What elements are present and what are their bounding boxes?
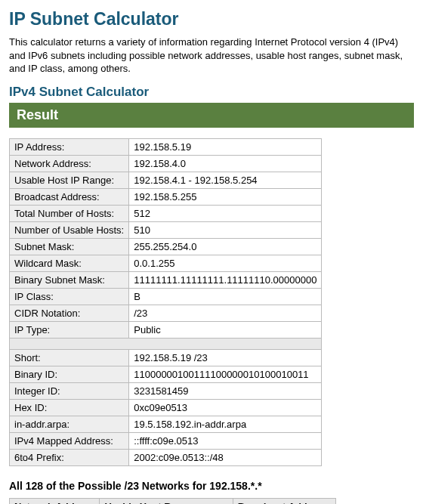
result-row: Total Number of Hosts:512	[10, 205, 322, 221]
result-row: Binary ID:110000001001111000000101000100…	[10, 366, 322, 382]
networks-table: Network Address Usable Host Range Broadc…	[9, 498, 336, 504]
result-row: Broadcast Address:192.158.5.255	[10, 188, 322, 205]
result-label: IP Type:	[10, 321, 129, 338]
result-row: Integer ID:3231581459	[10, 382, 322, 399]
result-value: /23	[129, 305, 322, 321]
result-row: IP Type:Public	[10, 321, 322, 338]
result-row: Usable Host IP Range:192.158.4.1 - 192.1…	[10, 172, 322, 188]
result-label: IPv4 Mapped Address:	[10, 432, 129, 449]
result-value: 11111111.11111111.11111110.00000000	[129, 271, 322, 288]
result-label: Binary Subnet Mask:	[10, 271, 129, 288]
result-label: CIDR Notation:	[10, 305, 129, 321]
result-value: 2002:c09e.0513::/48	[129, 449, 322, 465]
result-value: 510	[129, 221, 322, 238]
result-label: in-addr.arpa:	[10, 416, 129, 432]
result-label: Wildcard Mask:	[10, 255, 129, 271]
result-row: Wildcard Mask:0.0.1.255	[10, 255, 322, 271]
result-label: Short:	[10, 349, 129, 366]
result-row: IP Address:192.158.5.19	[10, 138, 322, 155]
result-table: IP Address:192.158.5.19Network Address:1…	[9, 138, 322, 466]
result-row: IP Class:B	[10, 288, 322, 305]
page-title: IP Subnet Calculator	[9, 9, 414, 29]
result-value: Public	[129, 321, 322, 338]
result-row: Binary Subnet Mask:11111111.11111111.111…	[10, 271, 322, 288]
result-label: Subnet Mask:	[10, 238, 129, 255]
result-label: Network Address:	[10, 155, 129, 172]
result-label: IP Address:	[10, 138, 129, 155]
result-value: 192.158.5.255	[129, 188, 322, 205]
result-label: Usable Host IP Range:	[10, 172, 129, 188]
result-row: Number of Usable Hosts:510	[10, 221, 322, 238]
result-value: 255.255.254.0	[129, 238, 322, 255]
result-value: 3231581459	[129, 382, 322, 399]
result-value: 0xc09e0513	[129, 399, 322, 416]
result-spacer	[10, 338, 322, 349]
result-label: Binary ID:	[10, 366, 129, 382]
result-label: IP Class:	[10, 288, 129, 305]
intro-text: This calculator returns a variety of inf…	[9, 36, 414, 76]
result-row: in-addr.arpa:19.5.158.192.in-addr.arpa	[10, 416, 322, 432]
col-network-address: Network Address	[10, 498, 100, 504]
result-value: ::ffff:c09e.0513	[129, 432, 322, 449]
result-value: 512	[129, 205, 322, 221]
result-label: Hex ID:	[10, 399, 129, 416]
col-broadcast-address: Broadcast Address:	[233, 498, 335, 504]
result-row: Subnet Mask:255.255.254.0	[10, 238, 322, 255]
result-row: Short:192.158.5.19 /23	[10, 349, 322, 366]
result-value: 192.158.4.0	[129, 155, 322, 172]
col-usable-host-range: Usable Host Range	[100, 498, 233, 504]
result-label: Integer ID:	[10, 382, 129, 399]
networks-title: All 128 of the Possible /23 Networks for…	[9, 480, 414, 492]
ipv4-section-title: IPv4 Subnet Calculator	[9, 85, 414, 100]
result-label: Total Number of Hosts:	[10, 205, 129, 221]
result-row: 6to4 Prefix:2002:c09e.0513::/48	[10, 449, 322, 465]
result-value: 192.158.5.19 /23	[129, 349, 322, 366]
result-value: 0.0.1.255	[129, 255, 322, 271]
result-value: B	[129, 288, 322, 305]
result-label: 6to4 Prefix:	[10, 449, 129, 465]
result-value: 192.158.5.19	[129, 138, 322, 155]
result-value: 192.158.4.1 - 192.158.5.254	[129, 172, 322, 188]
result-row: CIDR Notation:/23	[10, 305, 322, 321]
result-row: Network Address:192.158.4.0	[10, 155, 322, 172]
result-label: Broadcast Address:	[10, 188, 129, 205]
result-row: Hex ID:0xc09e0513	[10, 399, 322, 416]
result-value: 11000000100111100000010100010011	[129, 366, 322, 382]
result-value: 19.5.158.192.in-addr.arpa	[129, 416, 322, 432]
result-label: Number of Usable Hosts:	[10, 221, 129, 238]
result-header: Result	[9, 103, 414, 128]
result-row: IPv4 Mapped Address:::ffff:c09e.0513	[10, 432, 322, 449]
